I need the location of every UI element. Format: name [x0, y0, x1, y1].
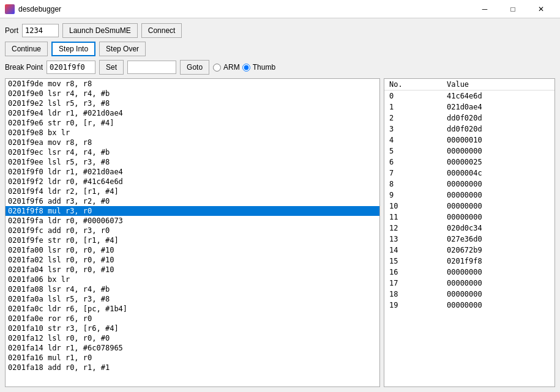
register-row: 12020d0c34 [384, 223, 554, 234]
reg-value: 00000000 [442, 267, 554, 278]
title-bar: desdebugger ─ □ ✕ [0, 0, 560, 18]
reg-col-value: Value [442, 79, 554, 91]
reg-value: 020d0c34 [442, 223, 554, 234]
maximize-button[interactable]: □ [499, 0, 527, 18]
thumb-radio[interactable] [242, 64, 250, 72]
code-line[interactable]: 0201f9fc add r0, r3, r0 [6, 226, 379, 235]
goto-input[interactable] [127, 61, 176, 74]
register-row: 800000000 [384, 179, 554, 190]
code-line[interactable]: 0201f9ee lsl r5, r3, #8 [6, 157, 379, 167]
title-bar-left: desdebugger [5, 4, 61, 14]
code-line[interactable]: 0201f9f6 add r3, r2, #0 [6, 196, 379, 206]
code-line[interactable]: 0201f9ea mov r8, r8 [6, 138, 379, 147]
code-line[interactable]: 0201f9f8 mul r3, r0 [6, 206, 379, 216]
title-bar-controls: ─ □ ✕ [471, 0, 555, 18]
main-content: Port Launch DeSmuME Connect Continue Ste… [0, 18, 560, 392]
reg-no: 11 [384, 212, 442, 223]
reg-value: 00000025 [442, 157, 554, 168]
reg-no: 13 [384, 234, 442, 245]
code-line[interactable]: 0201fa04 lsr r0, r0, #10 [6, 265, 379, 275]
reg-no: 19 [384, 300, 442, 311]
minimize-button[interactable]: ─ [471, 0, 499, 18]
code-line[interactable]: 0201f9e8 bx lr [6, 128, 379, 138]
code-line[interactable]: 0201fa12 lsl r0, r0, #0 [6, 333, 379, 343]
code-line[interactable]: 0201fa18 add r0, r1, #1 [6, 363, 379, 372]
register-panel[interactable]: No. Value 041c64e6d1021d0ae42dd0f020d3dd… [384, 78, 555, 387]
code-line[interactable]: 0201f9f0 ldr r1, #021d0ae4 [6, 167, 379, 177]
register-row: 1900000000 [384, 300, 554, 311]
register-row: 2dd0f020d [384, 113, 554, 124]
code-line[interactable]: 0201f9e0 lsr r4, r4, #b [6, 89, 379, 98]
code-line[interactable]: 0201f9f4 ldr r2, [r1, #4] [6, 187, 379, 196]
register-row: 400000010 [384, 135, 554, 146]
breakpoint-input[interactable] [47, 61, 95, 74]
register-row: 70000004c [384, 168, 554, 179]
code-line[interactable]: 0201fa00 lsr r0, r0, #10 [6, 245, 379, 255]
code-line[interactable]: 0201f9e2 lsl r5, r3, #8 [6, 98, 379, 108]
reg-value: 00000010 [442, 135, 554, 146]
code-panel[interactable]: 0201f9de mov r8, r80201f9e0 lsr r4, r4, … [5, 78, 380, 387]
arm-label[interactable]: ARM [223, 63, 240, 72]
reg-no: 5 [384, 146, 442, 157]
code-line[interactable]: 0201fa0a lsl r5, r3, #8 [6, 294, 379, 304]
reg-value: dd0f020d [442, 124, 554, 135]
reg-col-no: No. [384, 79, 442, 91]
reg-no: 7 [384, 168, 442, 179]
code-line[interactable]: 0201fa14 ldr r1, #6c078965 [6, 343, 379, 353]
port-input[interactable] [22, 24, 59, 37]
code-line[interactable]: 0201f9fe str r0, [r1, #4] [6, 235, 379, 245]
code-line[interactable]: 0201fa10 str r3, [r6, #4] [6, 324, 379, 333]
reg-no: 4 [384, 135, 442, 146]
step-over-button[interactable]: Step Over [99, 42, 146, 56]
reg-value: 00000000 [442, 179, 554, 190]
reg-no: 0 [384, 91, 442, 102]
register-row: 600000025 [384, 157, 554, 168]
register-row: 3dd0f020d [384, 124, 554, 135]
reg-no: 10 [384, 201, 442, 212]
code-line[interactable]: 0201f9e6 str r0, [r, #4] [6, 118, 379, 128]
arm-radio[interactable] [213, 64, 221, 72]
code-line[interactable]: 0201f9e4 ldr r1, #021d0ae4 [6, 108, 379, 118]
register-row: 500000000 [384, 146, 554, 157]
reg-value: 027e36d0 [442, 234, 554, 245]
code-line[interactable]: 0201fa02 lsl r0, r0, #10 [6, 255, 379, 265]
port-label: Port [5, 26, 18, 35]
code-line[interactable]: 0201fa06 bx lr [6, 275, 379, 284]
reg-no: 18 [384, 289, 442, 300]
launch-button[interactable]: Launch DeSmuME [62, 23, 138, 38]
thumb-label[interactable]: Thumb [253, 63, 275, 72]
connect-button[interactable]: Connect [141, 23, 182, 38]
goto-button[interactable]: Goto [180, 60, 209, 75]
code-line[interactable]: 0201f9de mov r8, r8 [6, 79, 379, 89]
reg-no: 2 [384, 113, 442, 124]
reg-no: 9 [384, 190, 442, 201]
reg-value: 0000004c [442, 168, 554, 179]
reg-value: 00000000 [442, 146, 554, 157]
reg-value: 020672b9 [442, 245, 554, 256]
reg-no: 8 [384, 179, 442, 190]
code-line[interactable]: 0201fa16 mul r1, r0 [6, 353, 379, 363]
code-line[interactable]: 0201f9f2 ldr r0, #41c64e6d [6, 177, 379, 187]
cpu-mode-group: ARM Thumb [213, 63, 275, 72]
register-row: 041c64e6d [384, 91, 554, 102]
breakpoint-row: Break Point Set Goto ARM Thumb [5, 60, 555, 75]
code-line[interactable]: 0201fa0e ror r6, r0 [6, 314, 379, 324]
register-row: 1800000000 [384, 289, 554, 300]
reg-no: 3 [384, 124, 442, 135]
code-line[interactable]: 0201f9ec lsr r4, r4, #b [6, 147, 379, 157]
code-line[interactable]: 0201fa08 lsr r4, r4, #b [6, 284, 379, 294]
reg-no: 15 [384, 256, 442, 267]
set-button[interactable]: Set [99, 60, 124, 75]
step-into-button[interactable]: Step Into [51, 42, 95, 56]
close-button[interactable]: ✕ [527, 0, 555, 18]
reg-value: 41c64e6d [442, 91, 554, 102]
register-row: 1100000000 [384, 212, 554, 223]
code-line[interactable]: 0201f9fa ldr r0, #00006073 [6, 216, 379, 226]
register-row: 900000000 [384, 190, 554, 201]
code-line[interactable]: 0201fa0c ldr r6, [pc, #1b4] [6, 304, 379, 314]
reg-no: 16 [384, 267, 442, 278]
reg-value: dd0f020d [442, 113, 554, 124]
reg-value: 00000000 [442, 212, 554, 223]
app-icon [5, 4, 15, 14]
continue-button[interactable]: Continue [5, 42, 48, 56]
